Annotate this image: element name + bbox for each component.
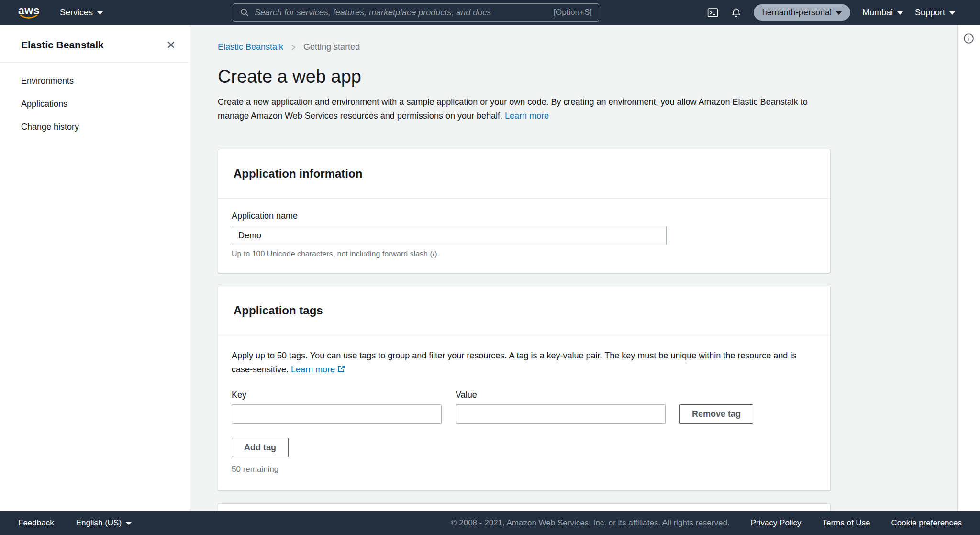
tag-value-label: Value <box>456 390 666 400</box>
search-input[interactable] <box>255 8 548 18</box>
tag-value-input[interactable] <box>456 404 666 424</box>
services-menu[interactable]: Services <box>60 8 103 18</box>
sidebar-item-change-history[interactable]: Change history <box>21 122 169 132</box>
tag-key-input[interactable] <box>232 404 442 424</box>
language-selector[interactable]: English (US) <box>76 518 132 528</box>
search-icon <box>240 8 249 17</box>
sidebar-item-applications[interactable]: Applications <box>21 99 169 109</box>
application-tags-body: Apply up to 50 tags. You can use tags to… <box>218 335 830 490</box>
tag-key-label: Key <box>232 390 442 400</box>
top-nav: aws Services [Option+S] <box>0 0 980 25</box>
copyright-text: © 2008 - 2021, Amazon Web Services, Inc.… <box>451 518 730 528</box>
breadcrumb-current: Getting started <box>303 42 360 52</box>
tag-key-column: Key <box>232 390 442 424</box>
top-nav-right: hemanth-personal Mumbai Support <box>707 4 980 21</box>
sidebar-title: Elastic Beanstalk <box>21 39 104 51</box>
tools-rail <box>957 25 980 511</box>
tags-description: Apply up to 50 tags. You can use tags to… <box>232 349 803 378</box>
application-information-title: Application information <box>234 167 815 181</box>
info-icon[interactable] <box>963 33 975 45</box>
terms-of-use-link[interactable]: Terms of Use <box>822 518 870 528</box>
cookie-preferences-link[interactable]: Cookie preferences <box>891 518 962 528</box>
next-card-partial <box>218 503 831 511</box>
feedback-link[interactable]: Feedback <box>18 518 54 528</box>
close-icon[interactable]: ✕ <box>167 40 176 51</box>
region-menu[interactable]: Mumbai <box>862 8 903 18</box>
chevron-down-icon <box>126 522 132 525</box>
application-name-input[interactable] <box>232 226 667 245</box>
language-label: English (US) <box>76 518 122 528</box>
main-content: Elastic Beanstalk Getting started Create… <box>190 25 957 511</box>
privacy-policy-link[interactable]: Privacy Policy <box>751 518 802 528</box>
application-name-label: Application name <box>232 211 815 221</box>
page-description: Create a new application and environment… <box>218 95 831 123</box>
services-label: Services <box>60 8 93 18</box>
sidebar-item-environments[interactable]: Environments <box>21 76 169 86</box>
tags-learn-more-link[interactable]: Learn more <box>291 365 345 374</box>
application-information-header: Application information <box>218 149 830 199</box>
sidebar-nav: Environments Applications Change history <box>0 63 190 158</box>
region-label: Mumbai <box>862 8 893 18</box>
body: Elastic Beanstalk ✕ Environments Applica… <box>0 25 980 511</box>
breadcrumb: Elastic Beanstalk Getting started <box>218 42 831 52</box>
tags-remaining-count: 50 remaining <box>232 465 815 474</box>
application-information-card: Application information Application name… <box>218 149 831 273</box>
application-tags-title: Application tags <box>234 303 815 318</box>
support-menu[interactable]: Support <box>915 8 955 18</box>
chevron-down-icon <box>897 11 903 15</box>
learn-more-link[interactable]: Learn more <box>505 111 549 121</box>
search-bar[interactable]: [Option+S] <box>233 3 599 22</box>
external-link-icon <box>337 364 345 378</box>
chevron-down-icon <box>836 11 842 15</box>
sidebar-header: Elastic Beanstalk ✕ <box>0 25 190 63</box>
footer: Feedback English (US) © 2008 - 2021, Ama… <box>0 511 980 535</box>
application-name-helper: Up to 100 Unicode characters, not includ… <box>232 250 815 258</box>
application-tags-card: Application tags Apply up to 50 tags. Yo… <box>218 286 831 491</box>
breadcrumb-root-link[interactable]: Elastic Beanstalk <box>218 42 283 52</box>
aws-logo-text: aws <box>18 6 40 15</box>
aws-smile-icon <box>19 14 38 20</box>
sidebar: Elastic Beanstalk ✕ Environments Applica… <box>0 25 190 511</box>
account-label: hemanth-personal <box>762 8 832 18</box>
breadcrumb-chevron-icon <box>290 44 297 51</box>
aws-logo[interactable]: aws <box>18 6 40 20</box>
aws-console-page: aws Services [Option+S] <box>0 0 980 535</box>
tag-value-column: Value <box>456 390 666 424</box>
cloudshell-icon[interactable] <box>707 7 719 19</box>
application-tags-header: Application tags <box>218 286 830 335</box>
page-title: Create a web app <box>218 66 831 88</box>
tag-row: Key Value Remove tag <box>232 390 815 424</box>
tags-learn-more-label: Learn more <box>291 365 335 374</box>
search-shortcut: [Option+S] <box>553 8 592 17</box>
remove-tag-button[interactable]: Remove tag <box>679 404 753 424</box>
application-information-body: Application name Up to 100 Unicode chara… <box>218 199 830 273</box>
chevron-down-icon <box>97 11 103 15</box>
notifications-bell-icon[interactable] <box>731 7 742 18</box>
chevron-down-icon <box>949 11 955 15</box>
add-tag-button[interactable]: Add tag <box>232 438 289 457</box>
support-label: Support <box>915 8 945 18</box>
account-menu[interactable]: hemanth-personal <box>754 4 850 21</box>
